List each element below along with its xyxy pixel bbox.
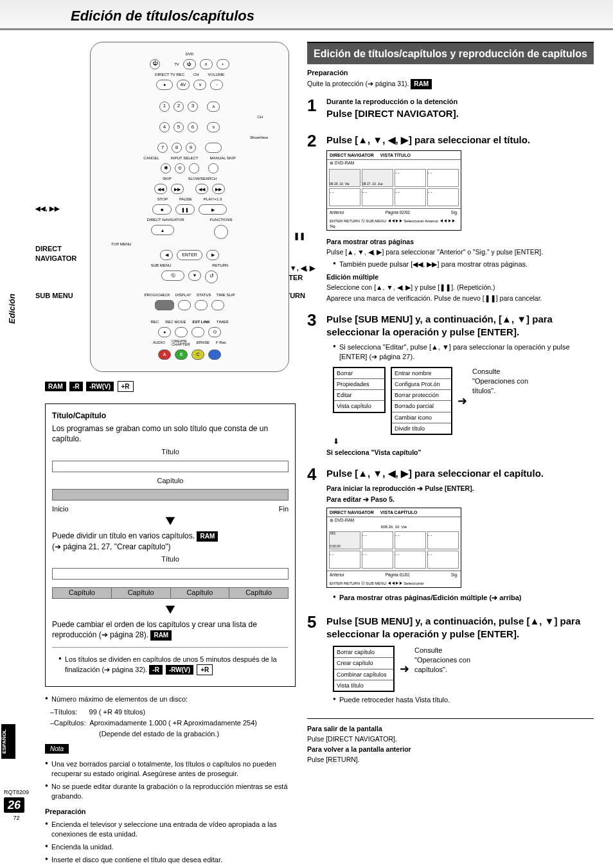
remote-btn-frec (208, 350, 221, 360)
submenu-right: Entrar nombre Configura Prot.ón Borrar p… (391, 367, 452, 435)
remote-btn-7: 7 (157, 143, 168, 153)
step-3: 3 Pulse [SUB MENU] y, a continuación, [▲… (307, 312, 594, 458)
remote-btn-tvch-up: ∧ (207, 102, 220, 112)
remote-btn-input (189, 163, 199, 173)
remote-btn-6: 6 (188, 122, 198, 132)
badge-pr: +R (118, 381, 134, 393)
remote-btn-progcheck (155, 300, 174, 310)
remote-label-topmenu: TOP MENU (97, 242, 282, 247)
multi-1: Seleccione con [▲, ▼, ◀, ▶] y pulse [❚❚]… (326, 283, 594, 292)
section-heading: Edición de títulos/capítulos y reproducc… (307, 42, 594, 65)
remote-btn-power-tv: ⏻ (183, 59, 196, 69)
chapter-cell-3: Capítulo (170, 587, 229, 599)
step-1-condition: Durante la reproducción o la detención (326, 97, 594, 107)
bar-title-single (52, 461, 289, 472)
remote-label-pause: PAUSE (179, 197, 192, 202)
thumb-8-empty: - - (427, 188, 459, 206)
remote-btn-vol-up: ＋ (217, 59, 229, 69)
remote-btn-functions (214, 225, 228, 239)
submenu-left: Borrar Propiedades Editar Vista capítulo (333, 367, 386, 413)
step-4: 4 Pulse [▲, ▼, ◀, ▶] para seleccionar el… (307, 466, 594, 606)
remote-btn-ch-up: ∧ (200, 59, 213, 69)
step-1-num: 1 (307, 97, 321, 125)
step-5-num: 5 (307, 614, 321, 708)
submenu-item-borrar: Borrar (334, 368, 384, 379)
step-5: 5 Pulse [SUB MENU] y, a continuación, pu… (307, 614, 594, 708)
step-1: 1 Durante la reproducción o la detención… (307, 97, 594, 125)
consult-chapters: Consulte "Operaciones con capítulos". (414, 646, 475, 675)
chap-thumb-1: 0010:00.00 (329, 531, 360, 549)
footer-exit-title: Para salir de la pantalla (307, 724, 594, 733)
chapter-bar-row: Capítulo Capítulo Capítulo Capítulo (52, 583, 289, 603)
badge-ram-inline2: RAM (150, 630, 172, 641)
callout-skip: ◀◀, ▶▶ (35, 204, 60, 213)
remote-btn-stop: ■ (152, 204, 172, 215)
arrow-down-1 (52, 517, 289, 528)
doc-id: RQT8209 (4, 789, 29, 795)
section-tab-edicion: Edición (6, 294, 19, 324)
step-4-a: Para iniciar la reproducción ➔ Pulse [EN… (326, 484, 594, 493)
screen2-help: ENTER RETURN Ⓢ SUB MENU ◀◀▶▶ Seleccionar (327, 580, 461, 587)
remote-btn-right: ▶ (206, 250, 219, 260)
remote-label-stop: STOP (157, 197, 168, 202)
thumb-1: 08 29. 10. Vie (329, 169, 360, 187)
remote-btn-direct-navigator: ▲ (151, 225, 174, 235)
step-4-num: 4 (307, 466, 321, 606)
remote-label-showview: ShowView (97, 135, 282, 140)
box-intro: Los programas se graban como un solo tít… (52, 423, 289, 444)
remote-btn-rew: ◀◀ (195, 184, 208, 194)
submenu-item-parcial: Borrado parcial (392, 401, 451, 412)
footer-prev-body: Pulse [RETURN]. (307, 755, 594, 764)
prep-item-2: Encienda la unidad. (45, 842, 296, 852)
badge-ram: RAM (45, 382, 66, 392)
disc-badge-row: RAM -R -RW(V) +R (45, 381, 296, 393)
other-pages-1: Pulse [▲, ▼, ◀, ▶] para seleccionar "Ant… (326, 247, 594, 256)
prep-title-left: Preparación (45, 807, 296, 817)
remote-btn-power-dvd: ⏻ (150, 59, 160, 69)
menu-cluster-chapters: Borrar capítulo Crear capítulo Combinar … (333, 646, 594, 692)
vista-cap-note: Si selecciona "Vista capítulo" (326, 448, 594, 457)
prep-item-3: Inserte el disco que contiene el título … (45, 855, 296, 865)
screen-chapter-view: DIRECT NAVIGATORVISTA CAPÍTULO ⊚ DVD-RAM… (326, 508, 461, 588)
thumb-4-empty: - - (427, 169, 459, 187)
remote-label-cancel: CANCEL (143, 155, 159, 161)
page-title: Edición de títulos/capítulos (71, 6, 613, 26)
remote-btn-3: 3 (188, 102, 198, 112)
title-chapter-box: Título/Capítulo Los programas se graban … (45, 403, 296, 687)
arrow-down-2 (52, 605, 289, 617)
back-note: Puede retroceder hasta Vista título. (333, 695, 594, 705)
svg-marker-1 (166, 606, 175, 614)
chapter-menu: Borrar capítulo Crear capítulo Combinar … (333, 646, 395, 692)
remote-label-dvd: DVD (97, 51, 282, 57)
bar-chapter-single (52, 489, 289, 500)
callout-pause-icon: ❚❚ (294, 231, 305, 241)
submenu-item-dividir: Dividir título (392, 423, 451, 434)
step-2-head: Pulse [▲, ▼, ◀, ▶] para seleccionar el t… (326, 134, 594, 146)
submenu-item-icono: Cambiar icono (392, 412, 451, 423)
label-titulo-2: Título (52, 554, 289, 564)
remote-figure: ◀◀, ▶▶ DIRECT NAVIGATOR SUB MENU ❚❚ ▲, ▼… (39, 42, 296, 372)
badge-ram-right: RAM (411, 79, 432, 89)
column-right: Edición de títulos/capítulos y reproducc… (307, 42, 594, 868)
badge-ram-inline1: RAM (197, 531, 218, 542)
chap-thumb-5: - - (329, 551, 360, 569)
footer-block: Para salir de la pantalla Pulse [DIRECT … (307, 718, 594, 765)
step-3-num: 3 (307, 312, 321, 458)
submenu-item-editar: Editar (334, 390, 384, 401)
step-4-b: Para editar ➔ Paso 5. (326, 495, 594, 504)
badge-r-inline: -R (149, 665, 163, 675)
remote-label-timer: TIMER (217, 319, 229, 324)
remote-label-display: DISPLAY (175, 292, 191, 297)
remote-btn-5: 5 (173, 122, 184, 132)
remote-label-return: RETURN (212, 263, 228, 268)
arrow-right-icon: ➜ (458, 393, 467, 409)
row-inicio-fin: InicioFin (52, 504, 289, 514)
submenu-item-proton: Configura Prot.ón (392, 379, 451, 390)
menu-cluster-titles: Borrar Propiedades Editar Vista capítulo… (333, 367, 594, 435)
remote-label-ch: CH (193, 72, 199, 77)
other-pages-title: Para mostrar otras páginas (326, 237, 594, 246)
chapmenu-vista: Vista título (334, 680, 393, 691)
chap-thumb-4: - - (427, 531, 459, 549)
remote-label-slow: SLOW/SEARCH (188, 176, 217, 181)
note-1: Una vez borrados parcial o totalmente, l… (45, 759, 296, 779)
